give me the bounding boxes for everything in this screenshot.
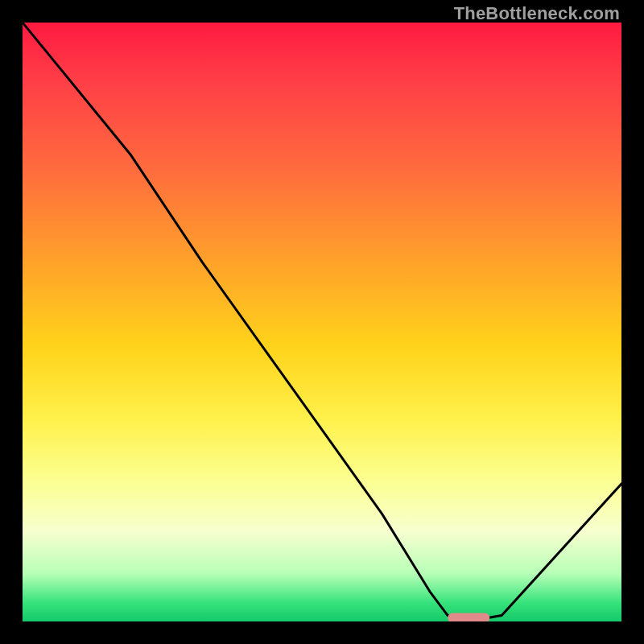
optimal-marker [448, 613, 489, 622]
plot-area [23, 23, 621, 621]
bottleneck-curve [23, 23, 621, 620]
curve-layer [23, 23, 621, 621]
chart-frame: TheBottleneck.com [0, 0, 644, 644]
watermark-label: TheBottleneck.com [454, 3, 620, 24]
